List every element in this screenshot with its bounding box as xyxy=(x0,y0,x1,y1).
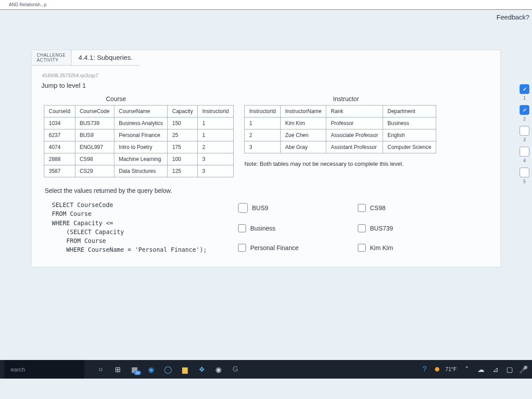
breadcrumb-text: AND Relationsh...p xyxy=(9,2,47,7)
table-note: Note: Both tables may not be necessary t… xyxy=(244,160,403,167)
progress-steps: ✓1 ✓2 3 4 5 xyxy=(520,84,529,184)
table-row: 3Abe GrayAssistant ProfessorComputer Sci… xyxy=(245,141,436,153)
option-label: CS98 xyxy=(370,204,386,211)
step-5[interactable] xyxy=(520,168,529,177)
step-2-label: 2 xyxy=(523,117,526,121)
th: Rank xyxy=(326,106,383,117)
th: InstructorId xyxy=(245,106,281,117)
step-2[interactable]: ✓ xyxy=(520,105,529,115)
cloud-icon[interactable]: ☁ xyxy=(477,365,485,373)
table-row: 2888CS98Machine Learning1003 xyxy=(44,153,234,165)
badge-line1: CHALLENGE xyxy=(37,53,66,58)
instructor-table: InstructorId InstructorName Rank Departm… xyxy=(244,105,436,153)
edge-icon[interactable]: ◉ xyxy=(147,365,155,373)
answer-options: BUS9 CS98 Business BUS739 Personal Finan… xyxy=(238,198,438,254)
feedback-link[interactable]: Feedback? xyxy=(497,13,529,21)
sql-query: SELECT CourseCode FROM Course WHERE Capa… xyxy=(45,198,207,254)
store-icon[interactable]: ▦ xyxy=(130,365,138,373)
step-3-label: 3 xyxy=(523,137,526,142)
table-row: 1Kim KimProfessorBusiness xyxy=(245,117,436,129)
option-label: Kim Kim xyxy=(370,244,393,251)
th: Department xyxy=(383,106,436,117)
instructor-table-title: Instructor xyxy=(333,95,359,102)
th: CourseName xyxy=(114,106,168,117)
explorer-icon[interactable]: ▆ xyxy=(181,365,189,373)
checkbox-kim-kim[interactable] xyxy=(358,244,366,252)
th: InstructorId xyxy=(198,106,234,117)
th: CourseCode xyxy=(75,106,114,117)
table-row: 4074ENGL997Intro to Poetry1752 xyxy=(44,141,234,153)
battery-icon[interactable]: ▢ xyxy=(505,365,513,373)
option-label: Business xyxy=(250,225,276,232)
course-table-title: Course xyxy=(106,95,126,102)
badge-line2: ACTIVITY xyxy=(37,58,66,63)
th: CourseId xyxy=(44,106,75,117)
chevron-up-icon[interactable]: ˄ xyxy=(463,365,471,373)
table-row: 2Zoe ChenAssociate ProfessorEnglish xyxy=(245,129,436,141)
table-row: 6237BUS9Personal Finance251 xyxy=(44,129,234,141)
step-5-label: 5 xyxy=(523,179,526,184)
step-3[interactable] xyxy=(520,126,529,136)
question-prompt: Select the values returned by the query … xyxy=(45,187,501,194)
option-label: BUS9 xyxy=(252,204,269,211)
cortana-icon[interactable]: ○ xyxy=(97,365,105,373)
step-4-label: 4 xyxy=(523,158,526,163)
chrome-icon[interactable]: ◉ xyxy=(215,365,223,373)
table-row: 1034BUS739Business Analytics1501 xyxy=(44,117,234,129)
taskbar-search[interactable]: earch xyxy=(4,360,84,379)
task-view-icon[interactable]: ⊞ xyxy=(113,365,121,373)
app-icon[interactable]: G xyxy=(231,365,239,373)
checkbox-personal-finance[interactable] xyxy=(238,244,246,252)
table-row: 3587CS29Data Structures1253 xyxy=(44,165,234,177)
wifi-icon[interactable]: ⊿ xyxy=(491,365,499,373)
jump-link[interactable]: Jump to level 1 xyxy=(41,82,501,89)
activity-hash: 416936.2673254.qx3zqy7 xyxy=(42,73,501,78)
course-table: CourseId CourseCode CourseName Capacity … xyxy=(44,105,234,177)
activity-badge: CHALLENGE ACTIVITY xyxy=(31,50,71,66)
weather-temp[interactable]: 71°F xyxy=(446,366,457,372)
step-4[interactable] xyxy=(520,147,529,156)
help-icon[interactable]: ? xyxy=(421,365,429,373)
checkbox-bus9[interactable] xyxy=(238,203,248,213)
th: InstructorName xyxy=(281,106,326,117)
activity-card: CHALLENGE ACTIVITY 4.4.1: Subqueries. 41… xyxy=(31,50,501,267)
browser-icon[interactable]: ◯ xyxy=(164,365,172,373)
option-label: BUS739 xyxy=(370,225,393,232)
checkbox-bus739[interactable] xyxy=(358,224,366,232)
th: Capacity xyxy=(168,106,198,117)
mic-icon[interactable]: 🎤 xyxy=(520,365,528,373)
activity-title: 4.4.1: Subqueries. xyxy=(71,50,140,66)
dropbox-icon[interactable]: ❖ xyxy=(198,365,206,373)
step-1-label: 1 xyxy=(523,96,526,101)
option-label: Personal Finance xyxy=(250,244,299,251)
checkbox-cs98[interactable] xyxy=(358,204,366,212)
checkbox-business[interactable] xyxy=(238,224,246,232)
windows-taskbar[interactable]: earch ○ ⊞ ▦ ◉ ◯ ▆ ❖ ◉ G ? 71°F ˄ ☁ ⊿ ▢ 🎤 xyxy=(0,360,532,379)
step-1[interactable]: ✓ xyxy=(520,84,529,94)
weather-icon xyxy=(435,367,439,372)
